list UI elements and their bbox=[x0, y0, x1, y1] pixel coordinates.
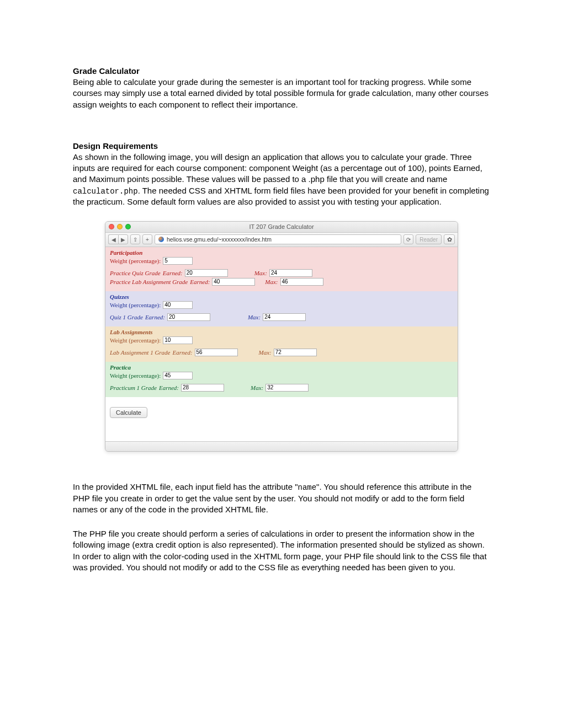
weight-label: Weight (percentage): bbox=[110, 258, 161, 264]
section-title-labs: Lab Assignments bbox=[110, 329, 453, 335]
forward-button[interactable]: ▶ bbox=[118, 234, 128, 244]
address-bar[interactable]: helios.vse.gmu.edu/~xxxxxxxx/index.htm bbox=[155, 234, 401, 244]
weight-label: Weight (percentage): bbox=[110, 372, 161, 379]
gear-icon[interactable]: ✿ bbox=[444, 234, 455, 244]
max-label: Max: bbox=[265, 279, 278, 285]
item-name: Practice Quiz Grade bbox=[110, 270, 161, 276]
lab1-earned-input[interactable] bbox=[195, 349, 238, 356]
quiz1-earned-input[interactable] bbox=[167, 313, 210, 321]
zoom-icon[interactable] bbox=[125, 224, 131, 229]
minimize-icon[interactable] bbox=[117, 224, 123, 229]
browser-toolbar: ◀ ▶ ⇪ + helios.vse.gmu.edu/~xxxxxxxx/ind… bbox=[105, 233, 458, 247]
section-title-participation: Participation bbox=[110, 249, 453, 256]
lab1-max-input[interactable] bbox=[274, 349, 317, 356]
refresh-button[interactable]: ⟳ bbox=[403, 234, 413, 244]
item-name: Lab Assignment 1 Grade bbox=[110, 349, 171, 356]
earned-suffix: Earned: bbox=[173, 349, 193, 356]
max-label: Max: bbox=[254, 270, 267, 276]
reader-button[interactable]: Reader bbox=[416, 234, 442, 244]
item-name: Quiz 1 Grade bbox=[110, 314, 143, 320]
practica-weight-input[interactable] bbox=[163, 372, 193, 379]
favicon-icon bbox=[158, 237, 164, 242]
earned-suffix: Earned: bbox=[190, 279, 210, 285]
practice-quiz-max-input[interactable] bbox=[269, 269, 312, 277]
back-button[interactable]: ◀ bbox=[108, 234, 118, 244]
practicum1-earned-input[interactable] bbox=[181, 384, 224, 392]
earned-suffix: Earned: bbox=[163, 270, 183, 276]
design-paragraph: As shown in the following image, you wil… bbox=[73, 152, 490, 208]
code-name-attr: name bbox=[298, 483, 317, 492]
labs-weight-input[interactable] bbox=[163, 336, 193, 344]
code-calculator-php: calculator.php bbox=[73, 187, 138, 196]
section-heading-design: Design Requirements bbox=[73, 141, 490, 151]
section-title-quizzes: Quizzes bbox=[110, 293, 453, 300]
item-name: Practicum 1 Grade bbox=[110, 384, 157, 391]
practice-lab-earned-input[interactable] bbox=[212, 278, 255, 286]
section-quizzes: Quizzes Weight (percentage): Quiz 1 Grad… bbox=[105, 291, 458, 326]
quizzes-weight-input[interactable] bbox=[163, 301, 193, 309]
max-label: Max: bbox=[251, 384, 263, 391]
php-output-paragraph: The PHP file you create should perform a… bbox=[73, 528, 490, 573]
weight-label: Weight (percentage): bbox=[110, 302, 161, 308]
close-icon[interactable] bbox=[109, 224, 114, 229]
section-practica: Practica Weight (percentage): Practicum … bbox=[105, 362, 458, 397]
browser-window: IT 207 Grade Calculator ◀ ▶ ⇪ + helios.v… bbox=[105, 221, 458, 452]
earned-suffix: Earned: bbox=[145, 314, 165, 320]
section-labs: Lab Assignments Weight (percentage): Lab… bbox=[105, 326, 458, 362]
calculate-button[interactable]: Calculate bbox=[110, 407, 147, 418]
new-tab-button[interactable]: + bbox=[142, 234, 152, 244]
practicum1-max-input[interactable] bbox=[265, 384, 309, 392]
intro-paragraph: Being able to calculate your grade durin… bbox=[73, 77, 490, 110]
design-text-a: As shown in the following image, you wil… bbox=[73, 152, 482, 184]
weight-label: Weight (percentage): bbox=[110, 337, 161, 344]
section-participation: Participation Weight (percentage): Pract… bbox=[105, 247, 458, 291]
p3-text-a: In the provided XHTML file, each input f… bbox=[73, 482, 298, 491]
quiz1-max-input[interactable] bbox=[263, 313, 306, 321]
status-bar bbox=[105, 441, 458, 451]
max-label: Max: bbox=[259, 349, 272, 356]
window-title: IT 207 Grade Calculator bbox=[249, 223, 314, 230]
page-title: Grade Calculator bbox=[73, 66, 490, 76]
participation-weight-input[interactable] bbox=[163, 257, 193, 265]
window-titlebar: IT 207 Grade Calculator bbox=[105, 222, 458, 233]
earned-suffix: Earned: bbox=[159, 384, 179, 391]
max-label: Max: bbox=[248, 314, 261, 320]
practice-lab-max-input[interactable] bbox=[280, 278, 323, 286]
form-body: Participation Weight (percentage): Pract… bbox=[105, 247, 458, 441]
url-text: helios.vse.gmu.edu/~xxxxxxxx/index.htm bbox=[167, 236, 272, 243]
section-title-practica: Practica bbox=[110, 364, 453, 371]
share-button[interactable]: ⇪ bbox=[130, 234, 140, 244]
name-attribute-paragraph: In the provided XHTML file, each input f… bbox=[73, 481, 490, 515]
item-name: Practice Lab Assignment Grade bbox=[110, 279, 188, 285]
practice-quiz-earned-input[interactable] bbox=[185, 269, 228, 277]
